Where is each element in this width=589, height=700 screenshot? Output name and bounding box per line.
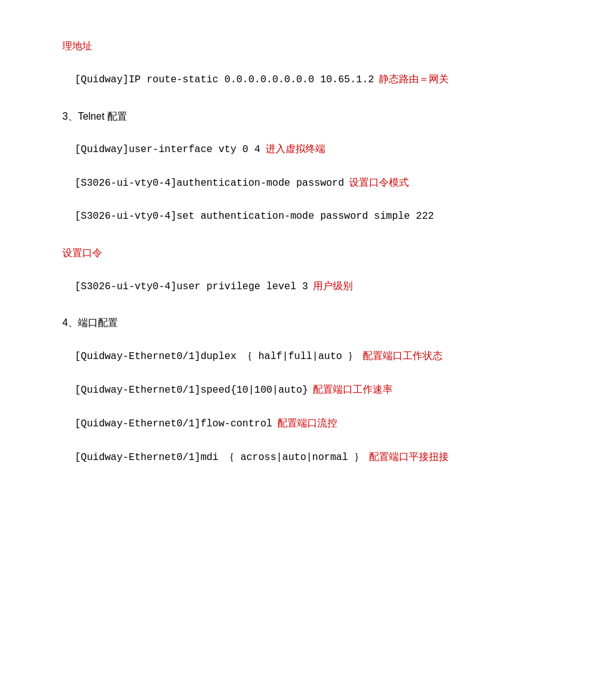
line-auth-mode: [S3026-ui-vty0-4]authentication-mode pas… <box>62 174 539 193</box>
section-heading-port: 4、端口配置 <box>62 314 539 332</box>
line-flow-control: [Quidway-Ethernet0/1]flow-control 配置端口流控 <box>62 415 539 433</box>
comment-speed: 配置端口工作速率 <box>313 381 393 399</box>
comment-duplex: 配置端口工作状态 <box>363 347 443 365</box>
code-user-interface: [Quidway]user-interface vty 0 4 <box>75 141 261 159</box>
comment-user-interface: 进入虚拟终端 <box>266 140 325 158</box>
line-user-privilege: [S3026-ui-vty0-4]user privilege level 3 … <box>62 277 539 296</box>
comment-ip-route: 静态路由＝网关 <box>379 70 449 89</box>
comment-mdi: 配置端口平接扭接 <box>369 448 449 466</box>
line-user-interface: [Quidway]user-interface vty 0 4 进入虚拟终端 <box>62 140 539 159</box>
line-mdi: [Quidway-Ethernet0/1]mdi ｛ across|auto|n… <box>62 448 539 467</box>
line-set-auth: [S3026-ui-vty0-4]set authentication-mode… <box>62 208 539 226</box>
comment-auth-mode: 设置口令模式 <box>349 174 409 192</box>
code-speed: [Quidway-Ethernet0/1]speed{10|100|auto} <box>75 381 308 400</box>
section-heading-password: 设置口令 <box>62 244 539 262</box>
code-auth-mode: [S3026-ui-vty0-4]authentication-mode pas… <box>75 175 344 193</box>
comment-user-privilege: 用户级别 <box>313 277 353 295</box>
section-heading-lizhudi: 理地址 <box>62 37 539 55</box>
code-duplex: [Quidway-Ethernet0/1]duplex ｛ half|full|… <box>75 348 358 366</box>
section-heading-telnet: 3、Telnet 配置 <box>62 108 539 126</box>
comment-flow-control: 配置端口流控 <box>277 415 337 433</box>
line-duplex: [Quidway-Ethernet0/1]duplex ｛ half|full|… <box>62 347 539 366</box>
code-flow-control: [Quidway-Ethernet0/1]flow-control <box>75 415 272 433</box>
code-set-auth: [S3026-ui-vty0-4]set authentication-mode… <box>75 208 434 226</box>
code-user-privilege: [S3026-ui-vty0-4]user privilege level 3 <box>75 278 308 296</box>
line-speed: [Quidway-Ethernet0/1]speed{10|100|auto} … <box>62 381 539 400</box>
line-ip-route: [Quidway]IP route-static 0.0.0.0.0.0.0.0… <box>62 70 539 89</box>
code-mdi: [Quidway-Ethernet0/1]mdi ｛ across|auto|n… <box>75 449 364 467</box>
code-ip-route: [Quidway]IP route-static 0.0.0.0.0.0.0.0… <box>75 71 374 89</box>
